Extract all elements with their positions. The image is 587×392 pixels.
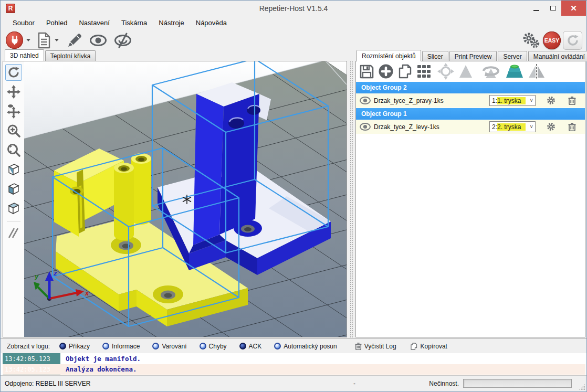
extruder-select[interactable]: 1:1. tryska ˅ [489,95,536,106]
parallel-projection-button[interactable] [5,225,22,241]
save-button[interactable] [359,64,374,79]
center-object-button[interactable] [437,63,454,80]
menu-pohled[interactable]: Pohled [40,16,73,30]
tab-server[interactable]: Server [498,51,527,61]
clear-log-button[interactable]: Vyčistit Log [355,342,396,350]
autoposition-button[interactable] [417,64,434,79]
toggle-autoscroll[interactable]: Automatický posun [274,343,337,350]
zoom-fit-button[interactable] [5,142,22,158]
tab-temperature-curve[interactable]: Teplotní křivka [45,50,96,61]
visibility-toggle[interactable] [356,123,374,131]
resize-grip[interactable] [579,384,585,390]
move-icon [7,85,20,99]
minimize-button[interactable] [528,1,544,16]
toggle-info[interactable]: Informace [102,343,140,350]
gear-icon [547,96,555,105]
tab-object-placement[interactable]: Rozmístění objektů [357,50,421,61]
copy-object-button[interactable] [397,63,413,79]
toggle-errors[interactable]: Chyby [200,343,227,350]
hide-travel-button[interactable] [112,33,133,48]
delete-object-button[interactable] [565,122,579,131]
tab-print-preview[interactable]: Print Preview [449,51,497,61]
view-toolbar [3,61,24,337]
progress-bar [463,379,572,388]
menu-nastroje[interactable]: Nástroje [153,16,190,30]
menu-tiskarna[interactable]: Tiskárna [116,16,153,30]
view3d-panel: x y z [3,61,347,337]
maximize-icon [550,6,556,10]
tab-manual-control[interactable]: Manuální ovládání [528,51,587,61]
tab-slicer[interactable]: Slicer [422,51,448,61]
view3d-canvas[interactable]: x y z [24,61,347,337]
group-header-2[interactable]: Object Group 2 [356,81,585,93]
mirror-object-button[interactable] [528,63,546,79]
status-center: - [353,380,355,387]
warnings-dot-icon [152,343,159,349]
object-settings-button[interactable] [544,122,558,131]
move-viewpoint-button[interactable] [5,103,22,120]
eye-icon [360,97,371,104]
move-object-button[interactable] [5,83,22,100]
delete-object-button[interactable] [565,96,579,105]
extruder-select[interactable]: 2:2. tryska ˅ [489,121,536,132]
load-button[interactable] [37,32,51,49]
menubar: Soubor Pohled Nastavení Tiskárna Nástroj… [1,16,586,30]
connect-dropdown[interactable] [26,39,30,41]
toggle-commands[interactable]: Příkazy [59,343,90,350]
front-view-button[interactable] [5,181,22,197]
menu-napoveda[interactable]: Nápověda [190,16,233,30]
top-view-button[interactable] [5,200,22,217]
visibility-toggle[interactable] [356,97,374,104]
load-dropdown[interactable] [55,39,59,41]
scale-object-icon [458,63,474,79]
toggle-warnings[interactable]: Varování [152,343,186,350]
menu-nastaveni[interactable]: Nastavení [73,16,116,30]
scale-object-button[interactable] [458,63,474,79]
zoom-fit-icon [7,143,20,157]
extruder-value: 1. tryska [497,97,526,104]
tab-3d-view[interactable]: 3D náhled [5,49,44,61]
add-object-button[interactable] [378,63,394,79]
add-object-icon [378,63,394,79]
trash-icon [568,122,576,131]
cut-object-button[interactable] [505,63,524,79]
trash-icon [568,96,576,105]
show-filament-button[interactable] [88,33,108,48]
iso-view-button[interactable] [5,161,22,178]
group-header-1[interactable]: Object Group 1 [356,108,585,120]
close-button[interactable]: ✕ [561,1,586,16]
errors-dot-icon [200,343,206,349]
front-view-icon [7,182,20,196]
object-row-levy[interactable]: Drzak_tyce_Z_levy-1ks 2:2. tryska ˅ [356,120,585,134]
toolbar-separator [7,221,20,221]
rotate-object-button[interactable] [480,63,501,79]
connection-status: Odpojeno: REBEL III SERVER [5,380,90,387]
settings-button[interactable] [521,31,541,49]
log-toolbar: Zobrazit v logu: Příkazy Informace Varov… [1,338,586,353]
toggle-ack[interactable]: ACK [239,343,262,350]
mirror-object-icon [528,63,546,79]
axis-x-label: x [85,289,89,297]
easy-mode-button[interactable]: EASY [543,31,561,49]
log-entry: 13:42:05.123 Analýza dokončena. [3,364,585,375]
window-title: Repetier-Host V1.5.4 [1,1,586,16]
panel-splitter[interactable] [347,61,355,337]
log-area[interactable]: 13:42:05.123 Objekt je manifold. 13:42:0… [1,353,586,375]
connect-button[interactable] [6,31,23,49]
zoom-in-button[interactable] [5,122,22,139]
maximize-button[interactable] [544,1,561,16]
restart-button[interactable] [563,31,582,50]
eye-icon [360,123,371,131]
extruder-value: 2. tryska [497,123,526,131]
edit-button[interactable] [66,32,83,49]
object-row-pravy[interactable]: Drzak_tyce_Z_pravy-1ks 1:1. tryska ˅ [356,93,585,108]
right-tabstrip: Rozmístění objektů Slicer Print Preview … [357,51,587,61]
copy-log-button[interactable]: Kopírovat [410,342,447,351]
copy-object-icon [397,63,413,79]
titlebar[interactable]: R Repetier-Host V1.5.4 ✕ [1,1,586,16]
menu-soubor[interactable]: Soubor [7,16,40,30]
top-view-icon [7,202,20,215]
object-settings-button[interactable] [544,96,558,105]
autoscroll-dot-icon [274,343,281,349]
rotate-view-button[interactable] [5,64,22,81]
